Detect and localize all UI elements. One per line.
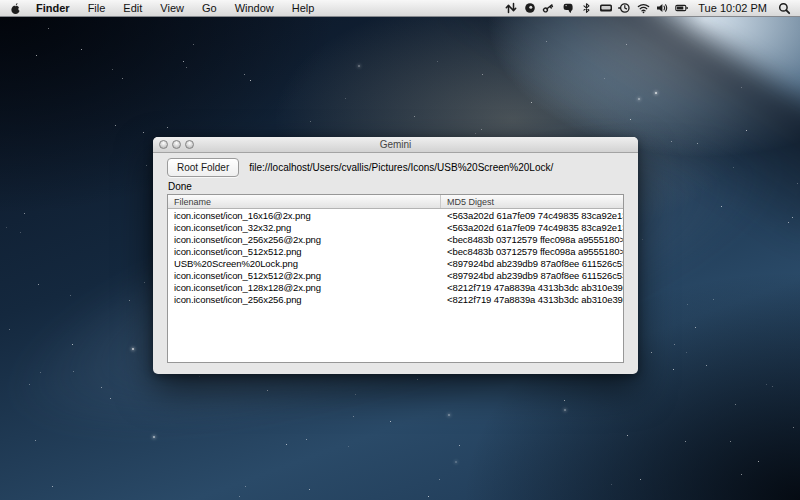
menubar-clock[interactable]: Tue 10:02 PM <box>698 2 767 14</box>
close-button[interactable] <box>159 140 168 149</box>
menu-file[interactable]: File <box>79 0 115 16</box>
apple-menu[interactable] <box>8 2 27 15</box>
volume-icon[interactable] <box>655 0 670 16</box>
window-controls <box>159 140 194 149</box>
cell-md5: <bec8483b 03712579 ffec098a a9555180> <box>441 234 623 245</box>
cell-md5: <8212f719 47a8839a 4313b3dc ab310e39> <box>441 282 623 293</box>
menubar-menus: FinderFileEditViewGoWindowHelp <box>27 0 323 16</box>
menu-view[interactable]: View <box>151 0 193 16</box>
menu-extras: Tue 10:02 PM <box>499 0 792 16</box>
zoom-button[interactable] <box>185 140 194 149</box>
cell-md5: <897924bd ab239db9 87a0f8ee 611526c5> <box>441 258 623 269</box>
table-body: icon.iconset/icon_16x16@2x.png<563a202d … <box>168 209 623 305</box>
minimize-button[interactable] <box>172 140 181 149</box>
results-table: Filename MD5 Digest icon.iconset/icon_16… <box>167 194 624 363</box>
title-bar[interactable]: Gemini <box>153 137 638 153</box>
screen: FinderFileEditViewGoWindowHelp <box>0 0 800 500</box>
apple-icon <box>10 2 21 15</box>
cell-filename: icon.iconset/icon_16x16@2x.png <box>168 210 441 221</box>
table-header: Filename MD5 Digest <box>168 195 623 209</box>
spotlight-icon[interactable] <box>777 0 792 16</box>
cell-md5: <563a202d 61a7fe09 74c49835 83ca92e1> <box>441 210 623 221</box>
column-header-filename[interactable]: Filename <box>168 195 441 208</box>
status-label: Done <box>168 181 192 192</box>
root-folder-button[interactable]: Root Folder <box>167 158 239 177</box>
display-icon[interactable] <box>598 0 613 16</box>
table-row[interactable]: icon.iconset/icon_512x512.png<bec8483b 0… <box>168 245 623 257</box>
table-row[interactable]: icon.iconset/icon_256x256.png<8212f719 4… <box>168 293 623 305</box>
bluetooth-icon[interactable] <box>579 0 594 16</box>
table-row[interactable]: icon.iconset/icon_256x256@2x.png<bec8483… <box>168 233 623 245</box>
clock-sync-icon[interactable] <box>617 0 632 16</box>
menu-finder[interactable]: Finder <box>27 0 79 16</box>
up-down-arrows-icon[interactable] <box>503 0 518 16</box>
table-row[interactable]: icon.iconset/icon_512x512@2x.png<897924b… <box>168 269 623 281</box>
gemini-window: Gemini Root Folder file://localhost/User… <box>153 137 638 374</box>
table-row[interactable]: USB%20Screen%20Lock.png<897924bd ab239db… <box>168 257 623 269</box>
dark-disc-icon[interactable] <box>522 0 537 16</box>
table-row[interactable]: icon.iconset/icon_16x16@2x.png<563a202d … <box>168 209 623 221</box>
elephant-icon[interactable] <box>560 0 575 16</box>
cell-filename: icon.iconset/icon_128x128@2x.png <box>168 282 441 293</box>
battery-icon[interactable] <box>674 0 689 16</box>
menu-help[interactable]: Help <box>283 0 324 16</box>
cell-filename: USB%20Screen%20Lock.png <box>168 258 441 269</box>
root-folder-path: file://localhost/Users/cvallis/Pictures/… <box>249 162 553 173</box>
menu-go[interactable]: Go <box>193 0 226 16</box>
cell-md5: <563a202d 61a7fe09 74c49835 83ca92e1> <box>441 222 623 233</box>
cell-md5: <897924bd ab239db9 87a0f8ee 611526c5> <box>441 270 623 281</box>
menu-edit[interactable]: Edit <box>114 0 151 16</box>
cell-filename: icon.iconset/icon_256x256.png <box>168 294 441 305</box>
wifi-icon[interactable] <box>636 0 651 16</box>
cell-filename: icon.iconset/icon_512x512@2x.png <box>168 270 441 281</box>
table-row[interactable]: icon.iconset/icon_32x32.png<563a202d 61a… <box>168 221 623 233</box>
toolbar: Root Folder file://localhost/Users/cvall… <box>167 158 626 177</box>
menu-bar: FinderFileEditViewGoWindowHelp <box>0 0 800 17</box>
key-icon[interactable] <box>541 0 556 16</box>
cell-md5: <8212f719 47a8839a 4313b3dc ab310e39> <box>441 294 623 305</box>
cell-filename: icon.iconset/icon_512x512.png <box>168 246 441 257</box>
window-content: Root Folder file://localhost/Users/cvall… <box>153 153 638 374</box>
column-header-md5[interactable]: MD5 Digest <box>441 195 623 208</box>
window-title: Gemini <box>380 139 412 150</box>
cell-filename: icon.iconset/icon_256x256@2x.png <box>168 234 441 245</box>
table-row[interactable]: icon.iconset/icon_128x128@2x.png<8212f71… <box>168 281 623 293</box>
cell-filename: icon.iconset/icon_32x32.png <box>168 222 441 233</box>
menu-window[interactable]: Window <box>226 0 283 16</box>
cell-md5: <bec8483b 03712579 ffec098a a9555180> <box>441 246 623 257</box>
